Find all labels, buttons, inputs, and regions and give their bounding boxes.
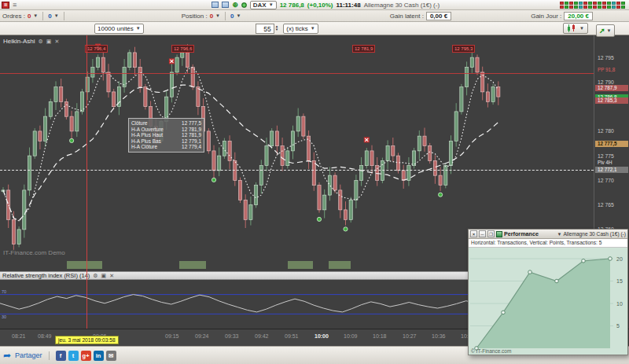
instrument-full: Allemagne 30 Cash (1€) (-)	[364, 2, 440, 9]
tooltip-label: H-A Clôture	[131, 144, 157, 150]
chart-type-button[interactable]: ▼	[563, 23, 588, 34]
performance-info: Horizontal: Transactions, Vertical: Poin…	[469, 239, 627, 248]
palette-swatch[interactable]	[616, 6, 620, 9]
ordres-sell-count: 0	[48, 13, 51, 20]
close-icon[interactable]: ✕	[109, 273, 114, 279]
tick-unit-select[interactable]: (x) ticks ▼	[283, 24, 318, 34]
performance-instrument-select[interactable]: ▼ Allemagne 30 Cash (1€) (-)	[557, 231, 626, 237]
add-icon[interactable]: ⊕	[232, 1, 238, 9]
stepper-arrows-icon[interactable]: ▲▼	[275, 25, 278, 32]
palette-swatch[interactable]	[612, 6, 616, 9]
palette-swatch[interactable]	[593, 2, 597, 5]
palette-swatch[interactable]	[588, 6, 592, 9]
position-dropdown-icon[interactable]: ▼	[215, 13, 220, 18]
position-qty2: 0	[230, 13, 234, 20]
tooltip-row: H-A Plus Haut12 781,9	[131, 132, 201, 138]
tick-count-value: 55	[256, 24, 274, 34]
palette-swatch[interactable]	[579, 2, 583, 5]
alert-price-badge: 12 796,6	[171, 45, 194, 53]
palette-swatch[interactable]	[583, 6, 587, 9]
wrench-icon[interactable]: ⚙	[93, 273, 97, 279]
svg-text:20: 20	[616, 256, 623, 262]
restore-icon[interactable]: ❐	[487, 230, 495, 237]
instrument-select[interactable]: DAX ▼	[250, 1, 277, 9]
tooltip-value: 12 781,9	[182, 132, 201, 138]
workspace-icon[interactable]	[212, 2, 219, 8]
wrench-icon[interactable]: ⚙	[38, 39, 42, 45]
performance-icon	[496, 231, 502, 237]
position-label: Position :	[182, 13, 208, 20]
tick-count-stepper[interactable]: 55 ▲▼	[256, 24, 278, 34]
palette-swatch[interactable]	[602, 2, 606, 5]
palette-swatch[interactable]	[569, 6, 573, 9]
time-label: 10:09	[344, 333, 358, 339]
pivot-4h-label: Piv 4H	[598, 160, 612, 165]
social-icons: ftg+in✉	[56, 351, 116, 361]
units-select[interactable]: 10000 unités ▼	[94, 24, 144, 34]
social-t-icon[interactable]: t	[68, 351, 79, 361]
session-marker	[329, 261, 351, 269]
candlestick-icon	[567, 24, 577, 32]
palette-swatch[interactable]	[565, 6, 568, 9]
social-in-icon[interactable]: in	[94, 351, 104, 361]
panel-icon[interactable]: ▣	[101, 273, 107, 279]
palette-swatch[interactable]	[612, 2, 616, 5]
copyright: © IT-Finance.com	[471, 348, 511, 354]
palette-swatch[interactable]	[565, 2, 568, 5]
share-icon[interactable]: ➦	[3, 351, 11, 360]
indicator-header: Heikin-Ashi ⚙ ▣ ✕	[3, 38, 59, 45]
ordres-label: Ordres :	[2, 13, 25, 20]
palette-swatch[interactable]	[583, 2, 587, 5]
social--icon[interactable]: ✉	[106, 351, 116, 361]
tooltip-value: 12 781,9	[182, 127, 201, 133]
palette-swatch[interactable]	[602, 6, 606, 9]
social-f-icon[interactable]: f	[56, 351, 66, 361]
layout-icon[interactable]	[222, 2, 229, 8]
tick-unit-value: (x) ticks	[286, 25, 308, 32]
price-axis-settings-button[interactable]: ➚ ▼	[596, 24, 615, 37]
price-label: 12 795	[598, 55, 614, 61]
position-dropdown2-icon[interactable]: ▼	[236, 13, 241, 18]
palette-swatch[interactable]	[616, 2, 620, 5]
palette-swatch[interactable]	[574, 2, 578, 5]
session-marker	[179, 261, 206, 269]
minimize-icon[interactable]: ─	[479, 230, 486, 237]
tooltip-value: 12 777,5	[182, 120, 201, 127]
watermark: IT-Finance.com Demo	[3, 249, 65, 256]
time-label: 10:27	[403, 333, 417, 339]
social-g-icon[interactable]: g+	[81, 351, 91, 361]
palette-swatch[interactable]	[598, 2, 601, 5]
palette-swatch[interactable]	[560, 2, 564, 5]
alert-price-badge: 12 796,4	[85, 45, 108, 53]
share-label[interactable]: Partager	[15, 351, 42, 359]
menu-icon[interactable]: ≡	[13, 2, 17, 9]
pivot-pp-line	[0, 73, 594, 74]
close-window-icon[interactable]: ≣	[2, 2, 9, 9]
panel-icon[interactable]: ▣	[46, 39, 52, 45]
palette-swatch[interactable]	[593, 6, 597, 9]
performance-title: Performance	[504, 230, 539, 237]
color-palette[interactable]	[560, 2, 625, 9]
ordres-buy-dropdown-icon[interactable]: ▼	[33, 13, 38, 18]
price-box-sell: 12 787,9	[595, 85, 628, 91]
palette-swatch[interactable]	[607, 6, 611, 9]
performance-window[interactable]: ✕ ─ ❐ Performance ▼ Allemagne 30 Cash (1…	[468, 229, 628, 355]
palette-swatch[interactable]	[598, 6, 601, 9]
chevron-down-icon: ▼	[311, 26, 315, 31]
palette-swatch[interactable]	[588, 2, 592, 5]
close-icon[interactable]: ✕	[54, 39, 59, 45]
performance-line-chart: 5101520	[469, 248, 627, 355]
performance-chart-area[interactable]: 5101520 © IT-Finance.com	[469, 248, 627, 355]
palette-swatch[interactable]	[607, 2, 611, 5]
close-icon[interactable]: ✕	[470, 230, 477, 237]
palette-swatch[interactable]	[574, 6, 578, 9]
palette-swatch[interactable]	[560, 6, 564, 9]
price-label: 12 770	[598, 178, 614, 183]
time-label: 09:51	[285, 333, 299, 339]
palette-swatch[interactable]	[569, 2, 573, 5]
palette-swatch[interactable]	[579, 6, 583, 9]
ordres-sell-dropdown-icon[interactable]: ▼	[54, 13, 59, 18]
palette-swatch[interactable]	[621, 6, 625, 9]
palette-swatch[interactable]	[621, 2, 625, 5]
performance-titlebar[interactable]: ✕ ─ ❐ Performance ▼ Allemagne 30 Cash (1…	[469, 230, 627, 239]
